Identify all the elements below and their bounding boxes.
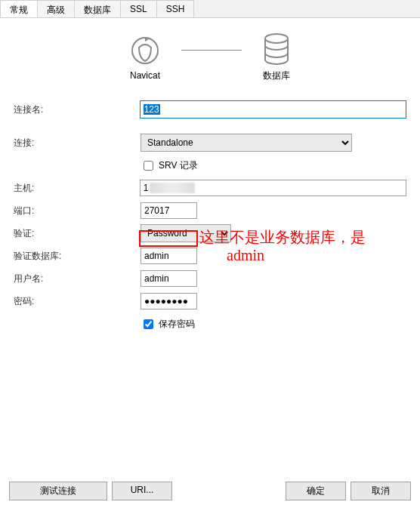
- srv-label: SRV 记录: [159, 159, 198, 172]
- tab-general[interactable]: 常规: [0, 0, 38, 17]
- host-input[interactable]: 1: [140, 180, 406, 196]
- tab-advanced[interactable]: 高级: [37, 0, 75, 17]
- navicat-icon: [130, 35, 160, 66]
- password-label: 密码:: [14, 295, 141, 308]
- auth-db-input[interactable]: [141, 248, 197, 264]
- connection-select[interactable]: Standalone: [141, 134, 352, 152]
- host-blurred: [150, 183, 195, 193]
- conn-name-input[interactable]: 123: [140, 100, 406, 119]
- save-password-label: 保存密码: [159, 318, 195, 331]
- connection-diagram: Navicat 数据库: [14, 33, 406, 82]
- save-password-checkbox[interactable]: [144, 319, 153, 329]
- username-label: 用户名:: [14, 272, 141, 285]
- footer-buttons: 测试连接 URI... 确定 取消: [9, 482, 411, 500]
- connection-line: [181, 50, 242, 51]
- password-input[interactable]: [141, 293, 197, 309]
- host-label: 主机:: [14, 182, 140, 195]
- form-content: Navicat 数据库 连接名: 123 连接: Standalone: [0, 18, 420, 333]
- port-label: 端口:: [14, 205, 141, 217]
- database-icon: [263, 33, 290, 65]
- host-value: 1: [144, 183, 149, 193]
- auth-select[interactable]: Password: [141, 224, 231, 242]
- srv-checkbox[interactable]: [144, 161, 153, 171]
- auth-db-label: 验证数据库:: [14, 250, 141, 263]
- conn-name-label: 连接名:: [14, 103, 140, 116]
- port-input[interactable]: [141, 202, 197, 219]
- uri-button[interactable]: URI...: [112, 482, 172, 500]
- tab-bar: 常规 高级 数据库 SSL SSH: [0, 0, 420, 18]
- navicat-label: Navicat: [130, 70, 160, 81]
- tab-databases[interactable]: 数据库: [74, 0, 121, 17]
- svg-point-1: [265, 34, 288, 43]
- ok-button[interactable]: 确定: [286, 482, 346, 500]
- test-connection-button[interactable]: 测试连接: [9, 482, 107, 500]
- cancel-button[interactable]: 取消: [351, 482, 411, 500]
- connection-label: 连接:: [14, 137, 141, 149]
- tab-ssl[interactable]: SSL: [120, 0, 157, 17]
- auth-label: 验证:: [14, 227, 141, 240]
- database-label: 数据库: [263, 69, 290, 82]
- conn-name-value: 123: [144, 104, 160, 115]
- username-input[interactable]: [141, 270, 197, 287]
- tab-ssh[interactable]: SSH: [156, 0, 195, 17]
- svg-point-0: [132, 38, 158, 63]
